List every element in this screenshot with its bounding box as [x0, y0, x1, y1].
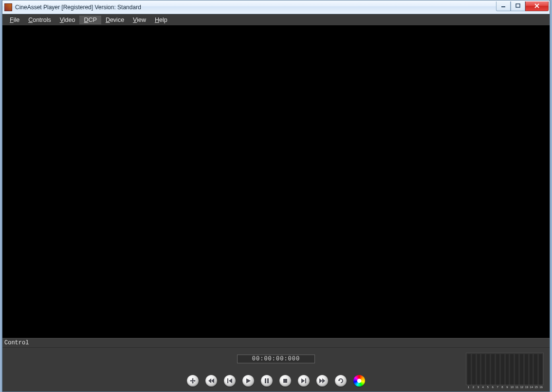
audio-channel-label: 8 [501, 386, 504, 389]
audio-bar [501, 354, 504, 385]
audio-channel-label: 2 [472, 386, 475, 389]
audio-meter: 12345678910111213141516 [466, 353, 544, 389]
app-window: CineAsset Player [Registered] Version: S… [2, 0, 550, 392]
audio-bar [472, 354, 476, 385]
audio-bar [510, 354, 514, 385]
stop-button[interactable] [279, 375, 291, 387]
audio-channel-label: 11 [515, 386, 518, 389]
menu-view[interactable]: View [129, 16, 150, 24]
audio-channel-label: 13 [525, 386, 528, 389]
step-fwd-icon [301, 378, 307, 384]
svg-rect-0 [501, 6, 505, 7]
titlebar[interactable]: CineAsset Player [Registered] Version: S… [2, 0, 550, 14]
audio-bar [486, 354, 490, 385]
menu-video[interactable]: Video [55, 16, 80, 24]
move-button[interactable] [187, 375, 199, 387]
minimize-button[interactable] [496, 1, 511, 11]
audio-channel-label: 16 [539, 386, 543, 389]
audio-channel-label: 15 [534, 386, 538, 389]
audio-channel-label: 5 [486, 386, 490, 389]
svg-rect-3 [265, 378, 266, 383]
control-panel-body: 00:00:00:000 12345678910111213141516 [2, 348, 550, 392]
maximize-icon [515, 3, 520, 8]
audio-bar [530, 354, 533, 385]
stop-icon [282, 378, 288, 384]
audio-bar [525, 354, 528, 385]
maximize-button[interactable] [511, 1, 525, 11]
audio-meter-labels: 12345678910111213141516 [466, 385, 544, 389]
play-button[interactable] [242, 375, 254, 387]
skip-back-icon [208, 378, 214, 384]
audio-channel-label: 6 [491, 386, 495, 389]
move-icon [189, 377, 196, 384]
minimize-icon [501, 3, 506, 8]
step-back-icon [227, 378, 233, 384]
audio-channel-label: 9 [506, 386, 509, 389]
menu-help[interactable]: Help [150, 16, 172, 24]
step-back-button[interactable] [224, 375, 236, 387]
close-icon [534, 3, 540, 8]
control-panel: Control 00:00:00:000 1234567891011121314… [2, 338, 550, 392]
audio-bar [515, 354, 518, 385]
skip-back-button[interactable] [205, 375, 217, 387]
svg-rect-5 [283, 379, 287, 383]
loop-icon [337, 377, 344, 384]
app-icon [4, 3, 12, 11]
audio-bar [491, 354, 495, 385]
svg-rect-6 [305, 378, 306, 383]
svg-rect-1 [516, 4, 520, 7]
audio-channel-label: 14 [530, 386, 533, 389]
audio-bar [506, 354, 509, 385]
menu-controls[interactable]: Controls [24, 16, 55, 24]
menubar: FileControlsVideoDCPDeviceViewHelp [2, 15, 550, 25]
audio-bar [520, 354, 523, 385]
audio-channel-label: 1 [467, 386, 470, 389]
window-title: CineAsset Player [Registered] Version: S… [15, 4, 141, 11]
timecode-display[interactable]: 00:00:00:000 [237, 355, 315, 363]
audio-channel-label: 3 [477, 386, 480, 389]
video-surface[interactable] [2, 25, 550, 338]
play-icon [245, 378, 251, 384]
svg-rect-2 [227, 378, 228, 383]
audio-bar [467, 354, 471, 385]
audio-bar [481, 354, 485, 385]
color-wheel-button[interactable] [353, 375, 365, 387]
step-forward-button[interactable] [298, 375, 310, 387]
audio-channel-label: 12 [520, 386, 523, 389]
window-controls [496, 1, 549, 11]
audio-channel-label: 10 [510, 386, 514, 389]
skip-forward-button[interactable] [316, 375, 328, 387]
pause-icon [264, 378, 270, 384]
close-button[interactable] [525, 1, 549, 11]
client-area: FileControlsVideoDCPDeviceViewHelp Contr… [2, 14, 550, 392]
pause-button[interactable] [261, 375, 273, 387]
svg-rect-4 [267, 378, 269, 383]
menu-device[interactable]: Device [101, 16, 129, 24]
loop-button[interactable] [335, 375, 347, 387]
menu-file[interactable]: File [5, 16, 24, 24]
audio-bar [496, 354, 499, 385]
menu-dcp[interactable]: DCP [79, 16, 101, 24]
audio-bar [477, 354, 480, 385]
audio-meter-bars [466, 353, 544, 385]
audio-bar [534, 354, 537, 385]
skip-fwd-icon [319, 378, 325, 384]
control-panel-header: Control [2, 339, 550, 348]
audio-bar [539, 354, 542, 385]
audio-channel-label: 4 [481, 386, 485, 389]
audio-channel-label: 7 [496, 386, 499, 389]
